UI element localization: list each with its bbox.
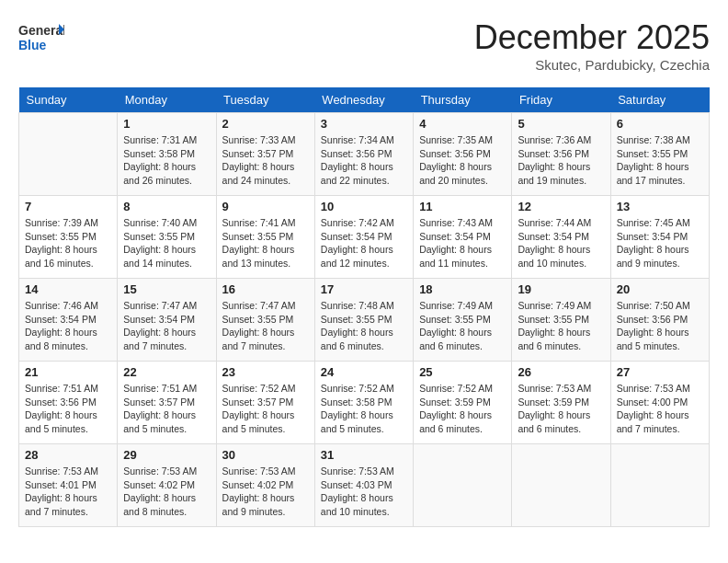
logo-svg: General Blue: [18, 18, 64, 59]
calendar-cell: 10Sunrise: 7:42 AM Sunset: 3:54 PM Dayli…: [314, 196, 413, 279]
day-number: 2: [222, 117, 309, 131]
calendar-cell: 27Sunrise: 7:53 AM Sunset: 4:00 PM Dayli…: [610, 362, 709, 444]
day-number: 30: [222, 448, 309, 462]
calendar-cell: 31Sunrise: 7:53 AM Sunset: 4:03 PM Dayli…: [314, 444, 413, 527]
title-block: December 2025 Skutec, Pardubicky, Czechi…: [474, 18, 710, 73]
day-number: 25: [419, 365, 506, 379]
day-number: 14: [25, 282, 111, 296]
calendar-cell: 2Sunrise: 7:33 AM Sunset: 3:57 PM Daylig…: [216, 113, 314, 196]
calendar-cell: 18Sunrise: 7:49 AM Sunset: 3:55 PM Dayli…: [414, 279, 512, 362]
day-header-wednesday: Wednesday: [314, 87, 413, 113]
logo: General Blue: [18, 18, 64, 59]
day-info: Sunrise: 7:52 AM Sunset: 3:57 PM Dayligh…: [222, 382, 309, 436]
day-number: 28: [25, 448, 111, 462]
day-info: Sunrise: 7:31 AM Sunset: 3:58 PM Dayligh…: [123, 133, 210, 188]
day-number: 26: [518, 365, 604, 379]
calendar-cell: 29Sunrise: 7:53 AM Sunset: 4:02 PM Dayli…: [118, 444, 216, 527]
day-info: Sunrise: 7:47 AM Sunset: 3:55 PM Dayligh…: [222, 299, 309, 353]
day-number: 1: [123, 117, 210, 131]
svg-text:Blue: Blue: [18, 38, 47, 52]
day-number: 12: [518, 200, 604, 213]
day-number: 3: [321, 117, 407, 131]
calendar-cell: [414, 444, 512, 527]
day-number: 16: [222, 282, 309, 296]
day-number: 19: [518, 282, 604, 296]
day-header-sunday: Sunday: [19, 87, 118, 113]
day-info: Sunrise: 7:47 AM Sunset: 3:54 PM Dayligh…: [123, 299, 210, 353]
calendar-cell: 17Sunrise: 7:48 AM Sunset: 3:55 PM Dayli…: [314, 279, 413, 362]
day-number: 8: [123, 200, 210, 213]
calendar-cell: 5Sunrise: 7:36 AM Sunset: 3:56 PM Daylig…: [512, 113, 610, 196]
calendar-cell: 4Sunrise: 7:35 AM Sunset: 3:56 PM Daylig…: [414, 113, 512, 196]
day-header-tuesday: Tuesday: [216, 87, 314, 113]
day-info: Sunrise: 7:35 AM Sunset: 3:56 PM Dayligh…: [419, 133, 506, 188]
day-number: 23: [222, 365, 309, 379]
day-number: 11: [419, 200, 506, 213]
calendar-cell: 24Sunrise: 7:52 AM Sunset: 3:58 PM Dayli…: [314, 362, 413, 444]
calendar-cell: 3Sunrise: 7:34 AM Sunset: 3:56 PM Daylig…: [314, 113, 413, 196]
calendar-cell: 1Sunrise: 7:31 AM Sunset: 3:58 PM Daylig…: [118, 113, 216, 196]
day-number: 5: [518, 117, 604, 131]
day-number: 13: [617, 200, 703, 213]
day-number: 22: [123, 365, 210, 379]
day-info: Sunrise: 7:53 AM Sunset: 4:02 PM Dayligh…: [222, 465, 309, 519]
day-info: Sunrise: 7:41 AM Sunset: 3:55 PM Dayligh…: [222, 216, 309, 270]
day-info: Sunrise: 7:49 AM Sunset: 3:55 PM Dayligh…: [419, 299, 506, 353]
day-number: 9: [222, 200, 309, 213]
calendar-cell: 20Sunrise: 7:50 AM Sunset: 3:56 PM Dayli…: [610, 279, 709, 362]
day-info: Sunrise: 7:33 AM Sunset: 3:57 PM Dayligh…: [222, 133, 309, 188]
location-subtitle: Skutec, Pardubicky, Czechia: [474, 57, 710, 73]
day-header-saturday: Saturday: [610, 87, 709, 113]
day-header-friday: Friday: [512, 87, 610, 113]
day-info: Sunrise: 7:40 AM Sunset: 3:55 PM Dayligh…: [123, 216, 210, 270]
day-info: Sunrise: 7:53 AM Sunset: 4:03 PM Dayligh…: [321, 465, 407, 519]
calendar-cell: [512, 444, 610, 527]
day-number: 7: [25, 200, 111, 213]
calendar-cell: 30Sunrise: 7:53 AM Sunset: 4:02 PM Dayli…: [216, 444, 314, 527]
day-info: Sunrise: 7:53 AM Sunset: 4:02 PM Dayligh…: [123, 465, 210, 519]
day-number: 15: [123, 282, 210, 296]
day-header-monday: Monday: [118, 87, 216, 113]
month-title: December 2025: [474, 18, 710, 57]
day-info: Sunrise: 7:44 AM Sunset: 3:54 PM Dayligh…: [518, 216, 604, 270]
calendar-cell: 26Sunrise: 7:53 AM Sunset: 3:59 PM Dayli…: [512, 362, 610, 444]
calendar-cell: 16Sunrise: 7:47 AM Sunset: 3:55 PM Dayli…: [216, 279, 314, 362]
day-number: 4: [419, 117, 506, 131]
day-number: 24: [321, 365, 407, 379]
calendar-table: SundayMondayTuesdayWednesdayThursdayFrid…: [18, 87, 710, 527]
calendar-cell: 11Sunrise: 7:43 AM Sunset: 3:54 PM Dayli…: [414, 196, 512, 279]
svg-text:General: General: [18, 23, 64, 38]
day-number: 31: [321, 448, 407, 462]
day-header-thursday: Thursday: [414, 87, 512, 113]
day-info: Sunrise: 7:39 AM Sunset: 3:55 PM Dayligh…: [25, 216, 111, 270]
calendar-cell: 19Sunrise: 7:49 AM Sunset: 3:55 PM Dayli…: [512, 279, 610, 362]
day-number: 20: [617, 282, 703, 296]
calendar-cell: [610, 444, 709, 527]
calendar-cell: 12Sunrise: 7:44 AM Sunset: 3:54 PM Dayli…: [512, 196, 610, 279]
day-number: 18: [419, 282, 506, 296]
day-number: 21: [25, 365, 111, 379]
day-info: Sunrise: 7:36 AM Sunset: 3:56 PM Dayligh…: [518, 133, 604, 188]
day-info: Sunrise: 7:51 AM Sunset: 3:56 PM Dayligh…: [25, 382, 111, 436]
day-info: Sunrise: 7:38 AM Sunset: 3:55 PM Dayligh…: [617, 133, 703, 188]
day-info: Sunrise: 7:34 AM Sunset: 3:56 PM Dayligh…: [321, 133, 407, 188]
day-number: 17: [321, 282, 407, 296]
day-info: Sunrise: 7:51 AM Sunset: 3:57 PM Dayligh…: [123, 382, 210, 436]
calendar-cell: 9Sunrise: 7:41 AM Sunset: 3:55 PM Daylig…: [216, 196, 314, 279]
day-number: 27: [617, 365, 703, 379]
calendar-cell: 14Sunrise: 7:46 AM Sunset: 3:54 PM Dayli…: [19, 279, 118, 362]
day-number: 10: [321, 200, 407, 213]
calendar-cell: 8Sunrise: 7:40 AM Sunset: 3:55 PM Daylig…: [118, 196, 216, 279]
day-info: Sunrise: 7:45 AM Sunset: 3:54 PM Dayligh…: [617, 216, 703, 270]
calendar-cell: [19, 113, 118, 196]
day-number: 6: [617, 117, 703, 131]
calendar-cell: 28Sunrise: 7:53 AM Sunset: 4:01 PM Dayli…: [19, 444, 118, 527]
calendar-cell: 13Sunrise: 7:45 AM Sunset: 3:54 PM Dayli…: [610, 196, 709, 279]
day-info: Sunrise: 7:49 AM Sunset: 3:55 PM Dayligh…: [518, 299, 604, 353]
day-info: Sunrise: 7:53 AM Sunset: 3:59 PM Dayligh…: [518, 382, 604, 436]
calendar-cell: 22Sunrise: 7:51 AM Sunset: 3:57 PM Dayli…: [118, 362, 216, 444]
day-info: Sunrise: 7:52 AM Sunset: 3:59 PM Dayligh…: [419, 382, 506, 436]
day-info: Sunrise: 7:43 AM Sunset: 3:54 PM Dayligh…: [419, 216, 506, 270]
page-header: General Blue December 2025 Skutec, Pardu…: [18, 18, 710, 73]
day-info: Sunrise: 7:50 AM Sunset: 3:56 PM Dayligh…: [617, 299, 703, 353]
